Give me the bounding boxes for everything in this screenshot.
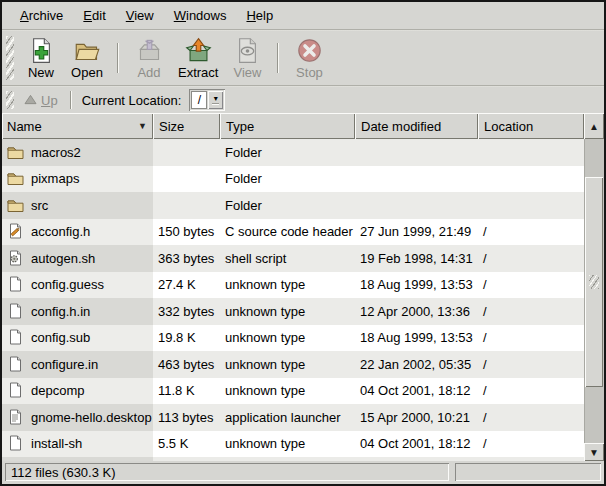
column-header-type[interactable]: Type xyxy=(220,113,355,139)
table-row[interactable]: gnome-hello.desktop 113 bytes applicatio… xyxy=(2,404,584,431)
vertical-scrollbar[interactable]: ▲ ▼ xyxy=(584,113,604,461)
stop-icon xyxy=(296,37,323,64)
file-size xyxy=(153,192,220,219)
new-button[interactable]: New xyxy=(18,35,64,82)
scroll-up-button[interactable]: ▲ xyxy=(584,113,604,139)
file-size: 113 bytes xyxy=(153,404,220,431)
file-size: 150 bytes xyxy=(153,219,220,246)
open-button-label: Open xyxy=(71,65,103,80)
table-row[interactable]: config.h.in 332 bytes unknown type 12 Ap… xyxy=(2,298,584,325)
location-combo[interactable]: / ▾ xyxy=(189,89,225,111)
scroll-down-button[interactable]: ▼ xyxy=(584,443,604,461)
file-list: Name ▼ Size Type Date modified Location … xyxy=(2,113,604,461)
chevron-down-icon: ▾ xyxy=(214,95,218,102)
location-combo-dropdown[interactable]: ▾ xyxy=(208,91,223,109)
file-date-modified: 18 Aug 1999, 13:53 xyxy=(355,325,478,352)
view-icon xyxy=(234,37,261,64)
extract-button[interactable]: Extract xyxy=(172,35,224,82)
file-location: / xyxy=(478,325,584,352)
add-icon xyxy=(136,37,163,64)
file-type: unknown type xyxy=(220,325,355,352)
view-button-label: View xyxy=(233,65,261,80)
table-row[interactable]: configure.in 463 bytes unknown type 22 J… xyxy=(2,351,584,378)
scrollbar-thumb[interactable] xyxy=(585,177,603,387)
column-header-size[interactable]: Size xyxy=(153,113,220,139)
column-headers: Name ▼ Size Type Date modified Location xyxy=(2,113,584,139)
table-row[interactable]: autogen.sh 363 bytes shell script 19 Feb… xyxy=(2,245,584,272)
sort-descending-icon: ▼ xyxy=(138,121,147,131)
file-location: / xyxy=(478,298,584,325)
file-type: shell script xyxy=(220,245,355,272)
document-icon xyxy=(7,303,24,320)
extract-button-label: Extract xyxy=(178,65,218,80)
location-bar-grip-handle[interactable] xyxy=(6,91,14,109)
file-type: Folder xyxy=(220,166,355,193)
table-row[interactable]: config.guess 27.4 K unknown type 18 Aug … xyxy=(2,272,584,299)
file-name: macros2 xyxy=(31,145,81,160)
file-size: 27.4 K xyxy=(153,272,220,299)
file-type: C source code header xyxy=(220,219,355,246)
extract-icon xyxy=(185,37,212,64)
document-icon xyxy=(7,435,24,452)
combo-dash xyxy=(212,103,219,105)
file-date-modified: 04 Oct 2001, 18:12 xyxy=(355,378,478,405)
status-text: 112 files (630.3 K) xyxy=(11,465,116,480)
folder-icon xyxy=(7,144,24,161)
open-button[interactable]: Open xyxy=(64,35,110,82)
open-icon xyxy=(74,37,101,64)
current-location-label: Current Location: xyxy=(82,93,182,108)
file-date-modified xyxy=(355,192,478,219)
file-rows: macros2 Folder pixmaps Folder src Folder… xyxy=(2,139,584,461)
document-icon xyxy=(7,276,24,293)
file-name: config.guess xyxy=(31,277,104,292)
column-header-location[interactable]: Location xyxy=(478,113,584,139)
file-name: depcomp xyxy=(31,383,84,398)
table-row[interactable]: acconfig.h 150 bytes C source code heade… xyxy=(2,219,584,246)
file-type: application launcher xyxy=(220,404,355,431)
file-name: pixmaps xyxy=(31,171,79,186)
file-name: configure.in xyxy=(31,357,98,372)
menu-view[interactable]: View xyxy=(116,4,164,27)
file-date-modified xyxy=(355,457,478,461)
file-location xyxy=(478,166,584,193)
toolbar: New Open Add xyxy=(2,31,604,85)
toolbar-separator xyxy=(117,43,119,73)
file-type: unknown type xyxy=(220,298,355,325)
scrollbar-grip xyxy=(589,275,599,289)
file-name: install-sh xyxy=(31,436,82,451)
up-button-label: Up xyxy=(41,93,58,108)
file-type xyxy=(220,457,355,461)
file-date-modified: 27 Jun 1999, 21:49 xyxy=(355,219,478,246)
status-progress-panel xyxy=(455,463,601,481)
new-button-label: New xyxy=(28,65,54,80)
archive-manager-window: Archive Edit View Windows Help New xyxy=(0,0,606,486)
file-name: config.sub xyxy=(31,330,90,345)
table-row[interactable]: src Folder xyxy=(2,192,584,219)
column-header-name[interactable]: Name ▼ xyxy=(2,113,153,139)
table-row-partial[interactable] xyxy=(2,457,584,461)
file-name: src xyxy=(31,198,48,213)
up-button: Up xyxy=(18,91,64,110)
table-row[interactable]: install-sh 5.5 K unknown type 04 Oct 200… xyxy=(2,431,584,458)
toolbar-grip-handle[interactable] xyxy=(6,36,14,80)
file-location: / xyxy=(478,245,584,272)
menu-archive[interactable]: Archive xyxy=(10,4,73,27)
file-date-modified: 15 Apr 2000, 10:21 xyxy=(355,404,478,431)
menu-windows[interactable]: Windows xyxy=(164,4,237,27)
document-icon xyxy=(7,329,24,346)
file-location: / xyxy=(478,404,584,431)
stop-button-label: Stop xyxy=(296,65,323,80)
table-row[interactable]: macros2 Folder xyxy=(2,139,584,166)
menu-edit[interactable]: Edit xyxy=(73,4,115,27)
table-row[interactable]: pixmaps Folder xyxy=(2,166,584,193)
file-location: / xyxy=(478,431,584,458)
file-name: config.h.in xyxy=(31,304,90,319)
add-button: Add xyxy=(126,35,172,82)
column-header-date-modified[interactable]: Date modified xyxy=(355,113,478,139)
table-row[interactable]: depcomp 11.8 K unknown type 04 Oct 2001,… xyxy=(2,378,584,405)
scrollbar-trough[interactable] xyxy=(584,139,604,443)
menu-help[interactable]: Help xyxy=(236,4,283,27)
file-date-modified xyxy=(355,166,478,193)
table-row[interactable]: config.sub 19.8 K unknown type 18 Aug 19… xyxy=(2,325,584,352)
status-message-panel: 112 files (630.3 K) xyxy=(5,463,449,481)
